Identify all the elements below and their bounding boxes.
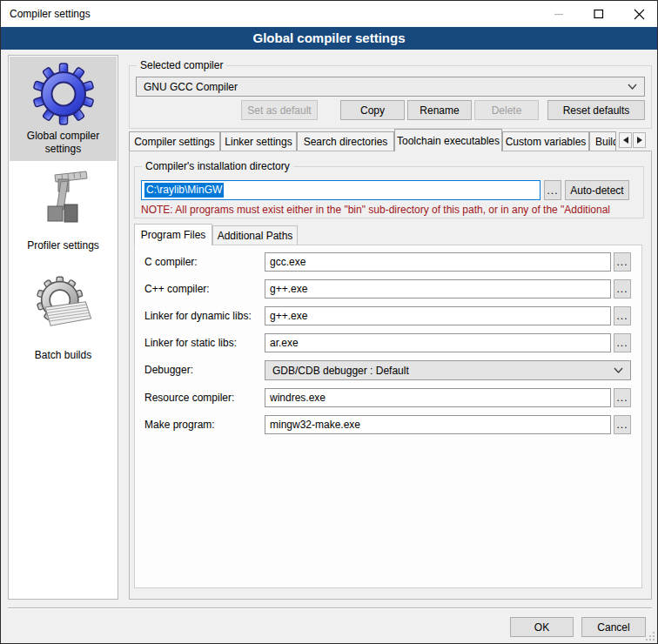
copy-button[interactable]: Copy [340, 100, 405, 120]
dynamic-linker-input[interactable] [265, 306, 611, 325]
install-dir-input[interactable]: C:\raylib\MinGW [141, 180, 540, 200]
compiler-settings-dialog: Compiler settings Global compiler settin… [0, 0, 658, 644]
compiler-select-value: GNU GCC Compiler [144, 81, 238, 93]
install-dir-group-label: Compiler's installation directory [142, 160, 293, 172]
delete-button: Delete [474, 100, 539, 120]
page-title: Global compiler settings [1, 27, 657, 50]
rename-button[interactable]: Rename [407, 100, 472, 120]
make-program-input[interactable] [265, 415, 611, 434]
close-button[interactable] [619, 1, 658, 27]
chevron-down-icon [614, 367, 623, 373]
gear-blue-icon [32, 63, 95, 125]
cpp-compiler-browse-button[interactable]: ... [614, 279, 631, 299]
c-compiler-label: C compiler: [144, 256, 198, 268]
install-dir-selected-text: C:\raylib\MinGW [144, 183, 224, 198]
resource-compiler-browse-button[interactable]: ... [614, 388, 631, 407]
close-icon [634, 9, 645, 20]
tab-build-options[interactable]: Build options [589, 131, 616, 151]
sidebar-item-profiler-settings[interactable]: Profiler settings [10, 161, 117, 265]
resize-grip[interactable] [646, 632, 656, 642]
resource-compiler-input[interactable] [265, 388, 611, 407]
subtab-program-files[interactable]: Program Files [134, 224, 212, 245]
maximize-button[interactable] [579, 1, 619, 27]
debugger-select[interactable]: GDB/CDB debugger : Default [265, 360, 631, 380]
chevron-down-icon [628, 84, 637, 90]
selected-compiler-group-label: Selected compiler [137, 59, 226, 71]
triangle-right-icon [637, 137, 642, 144]
sidebar-item-label: Global compiler settings [10, 130, 117, 156]
subtab-additional-paths[interactable]: Additional Paths [212, 225, 298, 245]
static-linker-browse-button[interactable]: ... [614, 333, 631, 352]
tab-toolchain-executables[interactable]: Toolchain executables [394, 129, 502, 151]
tab-search-directories[interactable]: Search directories [297, 131, 394, 151]
debugger-label: Debugger: [144, 364, 193, 376]
sidebar-item-label: Batch builds [10, 349, 117, 362]
tab-linker-settings[interactable]: Linker settings [220, 131, 297, 151]
tab-scroll-left-button[interactable] [619, 132, 632, 148]
c-compiler-input[interactable] [265, 252, 611, 272]
minimize-button[interactable] [539, 1, 579, 27]
triangle-left-icon [623, 137, 628, 144]
reset-defaults-button[interactable]: Reset defaults [547, 100, 645, 120]
tab-scroll-right-button[interactable] [633, 132, 646, 148]
maximize-icon [594, 9, 604, 19]
install-dir-note: NOTE: All programs must exist either in … [141, 204, 641, 217]
cpp-compiler-input[interactable] [265, 279, 611, 299]
sidebar-item-label: Profiler settings [10, 239, 117, 252]
tab-compiler-settings[interactable]: Compiler settings [129, 131, 220, 151]
minimize-icon [554, 9, 564, 19]
cancel-button[interactable]: Cancel [581, 617, 646, 637]
settings-category-list: Global compiler settings Profiler settin… [8, 55, 118, 600]
resource-compiler-label: Resource compiler: [144, 392, 234, 404]
make-program-label: Make program: [144, 419, 215, 431]
gear-stack-icon [30, 272, 97, 339]
static-linker-label: Linker for static libs: [144, 337, 237, 349]
make-program-browse-button[interactable]: ... [614, 415, 631, 434]
sidebar-item-global-compiler-settings[interactable]: Global compiler settings [10, 57, 117, 161]
dynamic-linker-label: Linker for dynamic libs: [144, 310, 252, 322]
auto-detect-button[interactable]: Auto-detect [565, 180, 629, 200]
static-linker-input[interactable] [265, 333, 611, 352]
debugger-select-value: GDB/CDB debugger : Default [272, 365, 409, 377]
tab-custom-variables[interactable]: Custom variables [502, 131, 589, 151]
window-title: Compiler settings [10, 8, 91, 20]
sidebar-item-batch-builds[interactable]: Batch builds [10, 265, 117, 370]
dynamic-linker-browse-button[interactable]: ... [614, 306, 631, 325]
caliper-icon [32, 168, 95, 231]
title-bar[interactable]: Compiler settings [1, 1, 657, 27]
footer-separator [8, 607, 652, 609]
cpp-compiler-label: C++ compiler: [144, 283, 210, 295]
ok-button[interactable]: OK [510, 617, 574, 637]
set-as-default-button: Set as default [241, 100, 318, 120]
c-compiler-browse-button[interactable]: ... [614, 252, 631, 272]
install-dir-browse-button[interactable]: ... [544, 180, 561, 200]
compiler-select[interactable]: GNU GCC Compiler [136, 77, 645, 97]
